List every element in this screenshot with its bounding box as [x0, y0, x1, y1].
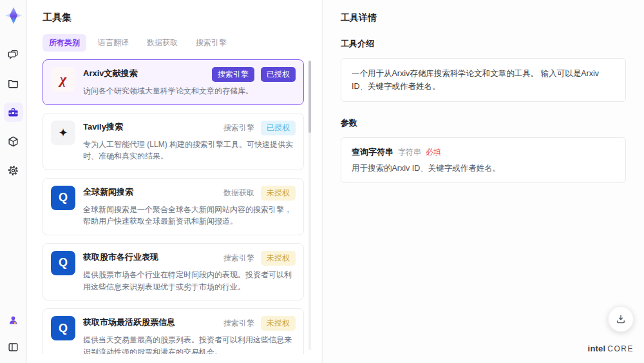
category-tab[interactable]: 搜索引擎 — [189, 34, 233, 52]
intro-text: 一个用于从Arxiv存储库搜索科学论文和文章的工具。 输入可以是Arxiv ID… — [352, 67, 615, 93]
tool-logo-icon: Q — [51, 186, 75, 210]
panel-layout-icon — [7, 341, 19, 353]
tool-description: 提供当天交易量最高的股票列表。投资者可以利用这些信息来识别流动性强的股票和潜在的… — [83, 334, 296, 354]
sidebar-bottom — [4, 310, 23, 357]
tool-card[interactable]: χ Arxiv文献搜索 搜索引擎 已授权 访问各个研究领域大量科学论文和文章的存… — [43, 59, 304, 105]
cube-icon — [7, 135, 19, 148]
param-type: 字符串 — [398, 147, 421, 158]
category-tab[interactable]: 语言翻译 — [91, 34, 135, 52]
gear-icon — [7, 164, 19, 177]
tool-card[interactable]: Q 获取股市各行业表现 搜索引擎 未授权 提供股票市场各个行业在特定时间段内的表… — [43, 243, 304, 300]
sidebar-item-packages[interactable] — [4, 132, 23, 151]
category-tabs: 所有类别 语言翻译 数据获取 搜索引擎 — [43, 34, 312, 52]
tool-name: 获取市场最活跃股票信息 — [83, 316, 175, 328]
tool-logo-icon: Q — [51, 316, 75, 340]
auth-status-badge: 未授权 — [261, 186, 296, 201]
tool-card[interactable]: Q 获取市场最活跃股票信息 搜索引擎 未授权 提供当天交易量最高的股票列表。投资… — [43, 308, 304, 354]
auth-status-badge: 已授权 — [261, 67, 296, 82]
tool-description: 专为人工智能代理 (LLM) 构建的搜索引擎工具。可快速提供实时、准确和真实的结… — [83, 139, 296, 162]
tool-logo-icon: χ — [51, 67, 75, 92]
param-required-flag: 必填 — [426, 147, 441, 158]
tool-card[interactable]: ✦ Tavily搜索 搜索引擎 已授权 专为人工智能代理 (LLM) 构建的搜索… — [43, 113, 304, 170]
auth-status-badge: 已授权 — [261, 121, 296, 135]
folder-icon — [7, 77, 19, 90]
tool-card[interactable]: Q 全球新闻搜索 数据获取 未授权 全球新闻搜索是一个聚合全球各大新闻网站内容的… — [43, 178, 304, 235]
param-name: 查询字符串 — [352, 146, 393, 158]
sidebar-item-tools[interactable] — [4, 103, 23, 122]
core-wordmark: core — [607, 344, 634, 353]
collapse-sidebar-button[interactable] — [4, 337, 23, 357]
category-tab[interactable]: 数据获取 — [140, 34, 184, 52]
sidebar — [0, 0, 27, 363]
param-item: 查询字符串 字符串 必填 用于搜索的Arxiv ID、关键字或作者姓名。 — [352, 146, 615, 174]
category-badge: 数据获取 — [223, 186, 254, 201]
list-scrollbar[interactable] — [308, 61, 311, 350]
intro-box: 一个用于从Arxiv存储库搜索科学论文和文章的工具。 输入可以是Arxiv ID… — [341, 58, 626, 102]
tool-logo-icon: ✦ — [51, 121, 75, 145]
tool-list: χ Arxiv文献搜索 搜索引擎 已授权 访问各个研究领域大量科学论文和文章的存… — [43, 59, 312, 354]
sidebar-nav — [4, 44, 23, 180]
sidebar-item-settings[interactable] — [4, 161, 23, 180]
user-avatar[interactable] — [4, 310, 23, 329]
tool-detail-panel: 工具详情 工具介绍 一个用于从Arxiv存储库搜索科学论文和文章的工具。 输入可… — [322, 0, 644, 363]
tool-name: 全球新闻搜索 — [83, 186, 133, 198]
intel-wordmark: intel — [588, 344, 606, 353]
chat-icon — [7, 48, 19, 61]
sidebar-item-chat[interactable] — [4, 44, 23, 64]
detail-title: 工具详情 — [341, 12, 626, 24]
param-description: 用于搜索的Arxiv ID、关键字或作者姓名。 — [352, 163, 615, 174]
tool-description: 提供股票市场各个行业在特定时间段内的表现。投资者可以利用这些信息来识别表现优于或… — [83, 269, 296, 293]
toolbox-icon — [7, 106, 19, 119]
params-box: 查询字符串 字符串 必填 用于搜索的Arxiv ID、关键字或作者姓名。 — [341, 137, 626, 183]
tool-name: 获取股市各行业表现 — [83, 251, 158, 263]
app-window: 工具集 所有类别 语言翻译 数据获取 搜索引擎 χ Arxiv文献搜索 — [0, 0, 644, 363]
category-badge: 搜索引擎 — [212, 67, 254, 82]
download-icon — [615, 313, 627, 325]
category-badge: 搜索引擎 — [223, 316, 254, 331]
scrollbar-thumb[interactable] — [308, 61, 311, 133]
tool-description: 全球新闻搜索是一个聚合全球各大新闻网站内容的搜索引擎，帮助用户快速获取全球最新资… — [83, 204, 296, 228]
tool-name: Arxiv文献搜索 — [83, 67, 138, 79]
params-heading: 参数 — [341, 117, 626, 129]
tool-name: Tavily搜索 — [83, 121, 123, 133]
intro-heading: 工具介绍 — [341, 38, 626, 50]
app-logo-icon — [4, 6, 23, 25]
page-title: 工具集 — [43, 12, 312, 24]
download-button[interactable] — [608, 306, 634, 332]
tool-list-panel: 工具集 所有类别 语言翻译 数据获取 搜索引擎 χ Arxiv文献搜索 — [27, 0, 322, 363]
category-tab[interactable]: 所有类别 — [43, 34, 86, 52]
category-badge: 搜索引擎 — [223, 121, 254, 135]
auth-status-badge: 未授权 — [261, 316, 296, 331]
tool-logo-icon: Q — [51, 251, 75, 275]
auth-status-badge: 未授权 — [261, 251, 296, 266]
sidebar-item-files[interactable] — [4, 74, 23, 93]
tool-description: 访问各个研究领域大量科学论文和文章的存储库。 — [83, 85, 296, 97]
category-badge: 搜索引擎 — [223, 251, 254, 266]
user-icon — [7, 314, 19, 326]
intel-core-logo: intelcore — [588, 342, 634, 354]
